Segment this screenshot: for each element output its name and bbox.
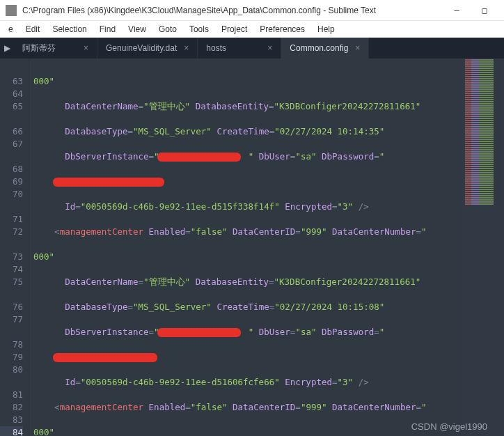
menu-bar: e Edit Selection Find View Goto Tools Pr… (0, 21, 504, 38)
menu-project[interactable]: Project (216, 23, 253, 36)
line-number: 76 (0, 301, 23, 313)
tab-2[interactable]: hosts× (198, 38, 281, 59)
line-number: 67 (0, 138, 23, 150)
code-content[interactable]: 000" DataCenterName="管理中心" DatabaseEntit… (29, 59, 504, 436)
editor-area[interactable]: 63 64 65 66 67 68 69 70 71 72 73 74 75 7… (0, 59, 504, 436)
tab-0[interactable]: 阿斯蒂芬× (14, 38, 97, 59)
line-number: 84 (0, 426, 23, 436)
minimap[interactable] (462, 59, 504, 436)
menu-selection[interactable]: Selection (47, 23, 92, 36)
line-number: 81 (0, 389, 23, 401)
menu-edit[interactable]: Edit (20, 23, 46, 36)
tab-label: GenuineValidity.dat (106, 43, 177, 53)
line-number: 73 (0, 251, 23, 263)
redaction (157, 328, 241, 337)
tab-1[interactable]: GenuineValidity.dat× (97, 38, 198, 59)
line-number: 80 (0, 364, 23, 376)
line-number (0, 113, 23, 125)
line-number: 69 (0, 176, 23, 188)
close-icon[interactable]: × (267, 43, 272, 53)
line-number: 68 (0, 163, 23, 176)
line-gutter: 63 64 65 66 67 68 69 70 71 72 73 74 75 7… (0, 59, 29, 436)
code-line (33, 351, 504, 364)
line-number: 71 (0, 213, 23, 226)
code-line: DbServerInstance="" DbUser="sa" DbPasswo… (33, 326, 504, 338)
code-line: <managementCenter Enabled="false" DataCe… (33, 226, 504, 238)
line-number (0, 326, 23, 338)
menu-tools[interactable]: Tools (184, 23, 214, 36)
tab-label: hosts (206, 43, 226, 53)
code-line: <managementCenter Enabled="false" DataCe… (33, 401, 504, 414)
code-line: DataCenterName="管理中心" DatabaseEntity="K3… (33, 100, 504, 113)
code-line: Id="0050569d-c46b-9e92-11ee-d51606fcfe66… (33, 376, 504, 389)
line-number (0, 201, 23, 213)
close-icon[interactable]: × (84, 43, 88, 53)
maximize-button[interactable]: □ (471, 1, 498, 20)
code-line: DataCenterName="管理中心" DatabaseEntity="K3… (33, 276, 504, 288)
code-line: DatabaseType="MS_SQL_Server" CreateTime=… (33, 125, 504, 138)
redaction (157, 153, 241, 162)
tab-3[interactable]: Common.config× (281, 38, 369, 59)
line-number: 65 (0, 100, 23, 113)
play-icon[interactable]: ▶ (0, 38, 14, 59)
code-line (33, 176, 504, 188)
menu-preferences[interactable]: Preferences (254, 23, 310, 36)
line-number (0, 238, 23, 251)
close-icon[interactable]: × (184, 43, 189, 53)
line-number (0, 63, 23, 75)
line-number: 79 (0, 351, 23, 364)
line-number: 72 (0, 226, 23, 238)
line-number: 78 (0, 338, 23, 351)
menu-file[interactable]: e (3, 23, 19, 36)
code-line: 000" (33, 251, 504, 263)
minimize-button[interactable]: — (443, 1, 471, 20)
tab-label: 阿斯蒂芬 (22, 42, 56, 54)
line-number (0, 376, 23, 389)
menu-find[interactable]: Find (94, 23, 121, 36)
redaction (53, 178, 164, 187)
code-line: Id="0050569d-c46b-9e92-11ee-d515f338f14f… (33, 201, 504, 213)
redaction (53, 353, 157, 362)
menu-view[interactable]: View (123, 23, 152, 36)
code-line: DatabaseType="MS_SQL_Server" CreateTime=… (33, 301, 504, 313)
code-line: 000" (33, 75, 504, 88)
line-number: 74 (0, 263, 23, 276)
line-number: 75 (0, 276, 23, 288)
close-icon[interactable]: × (355, 43, 360, 53)
line-number: 70 (0, 188, 23, 201)
title-bar: C:\Program Files (x86)\Kingdee\K3Cloud\M… (0, 0, 504, 21)
menu-help[interactable]: Help (312, 23, 340, 36)
line-number (0, 150, 23, 163)
code-line: DbServerInstance="" DbUser="sa" DbPasswo… (33, 150, 504, 163)
app-icon (6, 5, 17, 16)
tabs-bar: ▶ 阿斯蒂芬× GenuineValidity.dat× hosts× Comm… (0, 38, 504, 59)
line-number: 83 (0, 414, 23, 426)
code-line: 000" (33, 426, 504, 436)
line-number: 64 (0, 88, 23, 100)
tab-label: Common.config (290, 43, 348, 53)
line-number: 77 (0, 313, 23, 326)
line-number: 66 (0, 125, 23, 138)
line-number (0, 288, 23, 301)
window-title: C:\Program Files (x86)\Kingdee\K3Cloud\M… (22, 6, 443, 15)
line-number: 82 (0, 401, 23, 414)
menu-goto[interactable]: Goto (153, 23, 182, 36)
line-number: 63 (0, 75, 23, 88)
